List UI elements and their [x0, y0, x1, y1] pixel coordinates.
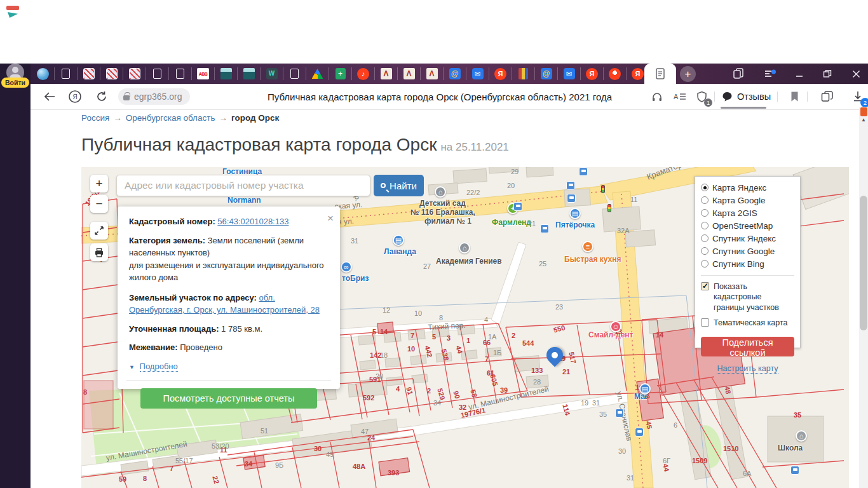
map-label: 48А [353, 463, 365, 470]
layer-checkbox[interactable]: Показать кадастровые границы участков [701, 281, 794, 313]
layer-option[interactable]: Карта Google [701, 194, 794, 207]
map-label: 2 [512, 332, 515, 339]
tab-favicon-mappink[interactable] [123, 67, 146, 80]
cadastral-number-link[interactable]: 56:43:0201028:133 [217, 217, 288, 226]
layer-option[interactable]: Спутник Bing [701, 257, 794, 270]
zoom-in-button[interactable]: + [90, 175, 108, 193]
map-label: 22 [211, 475, 220, 485]
page-scrollbar[interactable]: ▲ [859, 107, 868, 488]
browser-toolbar: Я egrp365.org Публичная кадастровая карт… [31, 84, 868, 109]
tab-favicon-pin[interactable] [604, 67, 627, 80]
maximize-icon [823, 69, 832, 78]
layer-option-label: Карта Яндекс [712, 183, 766, 193]
layer-option[interactable]: Карта Яндекс [701, 181, 794, 194]
reader-mode-button[interactable]: A [671, 88, 689, 105]
scrollbar-thumb[interactable] [860, 196, 867, 330]
tab-favicon-light[interactable] [215, 67, 238, 80]
extensions-button[interactable] [818, 88, 836, 105]
ya-circle-icon: Я [68, 90, 82, 104]
browser-sidebar [0, 64, 31, 488]
traffic-light-icon [601, 185, 605, 193]
tab-favicon-crest[interactable] [512, 67, 535, 80]
tab-favicon-gsheets[interactable]: + [329, 67, 352, 80]
breadcrumb-item[interactable]: Оренбургская область [126, 113, 215, 123]
tab-panel-button[interactable] [731, 66, 746, 81]
map-label: 393 [388, 470, 399, 477]
tab-favicon-doc[interactable] [283, 67, 306, 80]
browser-menu-button[interactable] [763, 66, 778, 81]
breadcrumb-arrow: → [219, 113, 227, 123]
tab-favicon-at[interactable]: @ [535, 67, 558, 80]
tab-favicon-abb[interactable]: ABB [192, 67, 215, 80]
popup-close-button[interactable]: × [327, 210, 334, 227]
active-tab[interactable] [644, 64, 676, 84]
tab-favicon-env[interactable]: ✉ [466, 67, 489, 80]
close-window-button[interactable] [848, 66, 864, 81]
map-label: 31 [351, 238, 358, 245]
back-button[interactable] [41, 88, 58, 105]
tab-favicon-gdrive[interactable] [306, 67, 329, 80]
print-button[interactable] [90, 243, 108, 261]
address-chip[interactable]: egrp365.org [118, 88, 190, 105]
downloads-button[interactable]: 2 [849, 88, 867, 105]
layer-option[interactable]: Карта 2GIS [701, 207, 794, 219]
listen-button[interactable] [648, 88, 666, 105]
map-label: 442 [423, 345, 433, 358]
downloads-badge: 2 [860, 98, 868, 107]
layer-option[interactable]: Спутник Google [701, 245, 794, 257]
layer-option[interactable]: OpenStreetMap [701, 219, 794, 232]
map-label: 10 [407, 346, 415, 353]
share-link-button[interactable]: Поделиться ссылкой [701, 337, 794, 356]
map-label: Быстрая кухня [564, 255, 621, 263]
land-category-value2: для размещения и эксплуатации индивидуал… [129, 261, 324, 283]
bookmark-button[interactable] [785, 88, 803, 105]
tab-favicon-shieldfav[interactable]: W [261, 67, 283, 80]
fullscreen-button[interactable] [90, 222, 108, 240]
cadastral-map[interactable]: Тихий пер.Краматорская ул.ская ул.ая ул.… [81, 167, 849, 488]
tab-favicon-ya[interactable]: Я [489, 67, 512, 80]
configure-map-link[interactable]: Настроить карту [701, 364, 794, 373]
login-badge[interactable]: Войти [1, 78, 29, 88]
map-label: 29 [511, 168, 519, 175]
tab-favicon-ya[interactable]: Я [581, 67, 604, 80]
find-button[interactable]: Найти [374, 175, 424, 196]
search-input[interactable] [116, 175, 370, 196]
new-tab-button[interactable]: + [680, 66, 696, 82]
zoom-out-button[interactable]: − [90, 195, 108, 213]
view-reports-button[interactable]: Посмотреть доступные отчеты [140, 388, 317, 409]
tab-favicon-lambda[interactable]: Λ [398, 67, 421, 80]
map-label: 35 [599, 411, 607, 418]
checkbox-icon [701, 318, 709, 327]
tab-favicon-whale[interactable] [32, 67, 55, 80]
page-title: Публичная кадастровая карта города Орскн… [81, 135, 509, 155]
svg-text:Я: Я [72, 93, 77, 100]
omnibox-page-title[interactable]: Публичная кадастровая карта города Орск … [240, 84, 639, 109]
map-label: 21 [528, 220, 536, 227]
maximize-button[interactable] [820, 66, 835, 81]
tab-favicon-light[interactable] [238, 67, 261, 80]
yandex-button[interactable]: Я [66, 88, 84, 105]
layer-radio-list: Карта ЯндексКарта GoogleКарта 2GISOpenSt… [701, 181, 794, 270]
layer-checkbox[interactable]: Тематическая карта [701, 318, 794, 328]
details-link[interactable]: Подробно [140, 362, 178, 372]
tab-favicon-lambda[interactable]: Λ [421, 67, 444, 80]
reviews-button[interactable]: Отзывы [722, 88, 771, 105]
map-label: Академия Гениев [436, 257, 502, 265]
protect-button[interactable]: 1 [693, 88, 710, 105]
tab-favicon-at[interactable]: @ [444, 67, 466, 80]
tab-favicon-env[interactable]: ✉ [558, 67, 581, 80]
layer-option[interactable]: Спутник Яндекс [701, 232, 794, 245]
tab-favicon-doc[interactable] [55, 67, 78, 80]
map-label: Лаванда [384, 248, 416, 255]
reload-button[interactable] [93, 88, 111, 105]
tab-favicon-doc[interactable] [146, 67, 169, 80]
layer-checkbox-label: Тематическая карта [714, 318, 787, 328]
tab-favicon-doc[interactable] [169, 67, 192, 80]
minimize-button[interactable] [792, 66, 807, 81]
tab-favicon-lambda[interactable]: Λ [375, 67, 398, 80]
breadcrumb-item[interactable]: Россия [81, 113, 109, 123]
tab-favicon-mappink[interactable] [78, 67, 100, 80]
tab-favicon-mappink[interactable] [100, 67, 123, 80]
tab-favicon-music[interactable]: ♪ [352, 67, 375, 80]
scrollbar-up-arrow[interactable]: ▲ [859, 117, 868, 123]
